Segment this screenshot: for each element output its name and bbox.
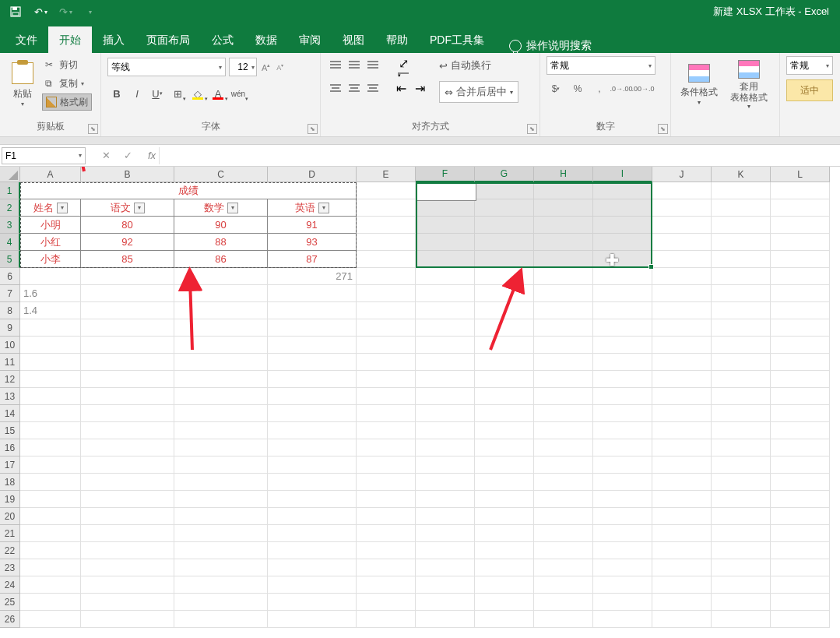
cell-J11[interactable] xyxy=(652,354,712,371)
cell-C7[interactable] xyxy=(174,285,268,302)
row-header-19[interactable]: 19 xyxy=(0,491,20,508)
cell-J6[interactable] xyxy=(652,268,712,285)
cell-style-sample[interactable]: 适中 xyxy=(786,79,833,101)
tab-view[interactable]: 视图 xyxy=(332,26,375,53)
cell-J21[interactable] xyxy=(652,525,712,542)
cell-H1[interactable] xyxy=(534,182,593,199)
cell-A23[interactable] xyxy=(20,559,81,576)
cell-E22[interactable] xyxy=(357,542,416,559)
row-header-24[interactable]: 24 xyxy=(0,576,20,594)
cell-B26[interactable] xyxy=(81,611,174,628)
cell-C14[interactable] xyxy=(174,405,268,422)
cell-E6[interactable] xyxy=(357,268,416,285)
row-header-3[interactable]: 3 xyxy=(0,217,20,234)
cell-J2[interactable] xyxy=(652,199,712,217)
cell-J24[interactable] xyxy=(652,576,712,594)
cell-C12[interactable] xyxy=(174,371,268,388)
cell-G17[interactable] xyxy=(475,456,534,474)
column-header-G[interactable]: G xyxy=(475,167,534,182)
cells-area[interactable]: 成绩姓名▾语文▾数学▾英语▾小明809091小红928893小李85868727… xyxy=(20,182,830,628)
row-header-11[interactable]: 11 xyxy=(0,354,20,371)
cell-A9[interactable] xyxy=(20,319,81,337)
cell-I21[interactable] xyxy=(593,525,652,542)
cell-B2[interactable]: 语文▾ xyxy=(81,199,174,217)
percent-button[interactable]: % xyxy=(568,79,587,98)
cell-A15[interactable] xyxy=(20,422,81,439)
cell-F9[interactable] xyxy=(416,319,475,337)
cell-K9[interactable] xyxy=(712,319,771,337)
cell-F20[interactable] xyxy=(416,508,475,525)
cut-button[interactable]: ✂ 剪切 xyxy=(42,56,92,73)
decrease-font-button[interactable]: A▾ xyxy=(275,62,285,72)
cell-D14[interactable] xyxy=(268,405,357,422)
cell-A24[interactable] xyxy=(20,576,81,594)
cell-C13[interactable] xyxy=(174,388,268,405)
cell-D3[interactable]: 91 xyxy=(268,217,357,234)
cell-B13[interactable] xyxy=(81,388,174,405)
cell-C23[interactable] xyxy=(174,559,268,576)
cell-G21[interactable] xyxy=(475,525,534,542)
cell-F16[interactable] xyxy=(416,439,475,456)
cell-F25[interactable] xyxy=(416,594,475,611)
cell-D12[interactable] xyxy=(268,371,357,388)
row-header-12[interactable]: 12 xyxy=(0,371,20,388)
row-header-5[interactable]: 5 xyxy=(0,251,20,268)
cell-J26[interactable] xyxy=(652,611,712,628)
cell-I24[interactable] xyxy=(593,576,652,594)
row-header-9[interactable]: 9 xyxy=(0,319,20,337)
cell-L17[interactable] xyxy=(771,456,830,474)
cell-C15[interactable] xyxy=(174,422,268,439)
cell-F8[interactable] xyxy=(416,302,475,319)
cell-G20[interactable] xyxy=(475,508,534,525)
cell-C4[interactable]: 88 xyxy=(174,234,268,251)
row-header-16[interactable]: 16 xyxy=(0,439,20,456)
name-box[interactable]: F1▾ xyxy=(2,147,86,164)
column-header-B[interactable]: B xyxy=(81,167,174,182)
cell-I9[interactable] xyxy=(593,319,652,337)
cell-A5[interactable]: 小李 xyxy=(20,251,81,268)
cell-I23[interactable] xyxy=(593,559,652,576)
cell-C10[interactable] xyxy=(174,337,268,354)
cell-C25[interactable] xyxy=(174,594,268,611)
row-header-6[interactable]: 6 xyxy=(0,268,20,285)
column-header-C[interactable]: C xyxy=(174,167,268,182)
cell-F23[interactable] xyxy=(416,559,475,576)
cell-C11[interactable] xyxy=(174,354,268,371)
cell-A4[interactable]: 小红 xyxy=(20,234,81,251)
cell-C5[interactable]: 86 xyxy=(174,251,268,268)
cell-B3[interactable]: 80 xyxy=(81,217,174,234)
cell-G16[interactable] xyxy=(475,439,534,456)
cell-A19[interactable] xyxy=(20,491,81,508)
cell-F14[interactable] xyxy=(416,405,475,422)
cell-L21[interactable] xyxy=(771,525,830,542)
tab-insert[interactable]: 插入 xyxy=(92,26,135,53)
cell-D19[interactable] xyxy=(268,491,357,508)
cell-F4[interactable] xyxy=(416,234,475,251)
cell-B19[interactable] xyxy=(81,491,174,508)
cell-F13[interactable] xyxy=(416,388,475,405)
cell-B25[interactable] xyxy=(81,594,174,611)
cell-B14[interactable] xyxy=(81,405,174,422)
cell-I4[interactable] xyxy=(593,234,652,251)
cell-J20[interactable] xyxy=(652,508,712,525)
cell-B16[interactable] xyxy=(81,439,174,456)
cell-A13[interactable] xyxy=(20,388,81,405)
cell-H5[interactable] xyxy=(534,251,593,268)
align-middle-button[interactable] xyxy=(346,56,363,73)
clipboard-dialog-launcher[interactable]: ⬊ xyxy=(88,124,98,134)
cell-G8[interactable] xyxy=(475,302,534,319)
cell-A18[interactable] xyxy=(20,474,81,491)
undo-icon[interactable]: ↶▾ xyxy=(30,3,51,20)
cell-G19[interactable] xyxy=(475,491,534,508)
column-header-H[interactable]: H xyxy=(534,167,593,182)
cell-I22[interactable] xyxy=(593,542,652,559)
cell-F21[interactable] xyxy=(416,525,475,542)
tab-data[interactable]: 数据 xyxy=(244,26,288,53)
cell-D22[interactable] xyxy=(268,542,357,559)
cell-K23[interactable] xyxy=(712,559,771,576)
cell-L23[interactable] xyxy=(771,559,830,576)
cell-B22[interactable] xyxy=(81,542,174,559)
cell-G13[interactable] xyxy=(475,388,534,405)
cell-L9[interactable] xyxy=(771,319,830,337)
qat-more-icon[interactable]: ▾ xyxy=(79,3,101,20)
